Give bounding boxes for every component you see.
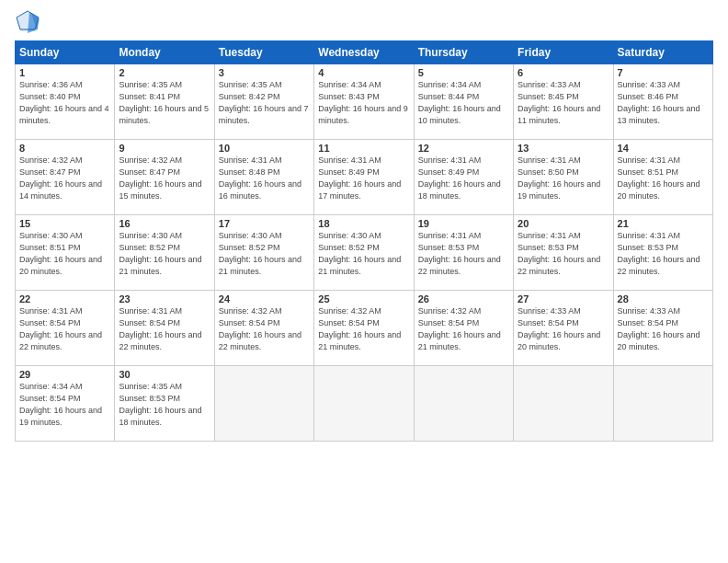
header [15,9,713,35]
calendar-cell: 30 Sunrise: 4:35 AMSunset: 8:53 PMDaylig… [115,366,214,442]
day-info: Sunrise: 4:31 AMSunset: 8:53 PMDaylight:… [618,230,709,278]
day-info: Sunrise: 4:35 AMSunset: 8:41 PMDaylight:… [119,79,210,127]
calendar-header: SundayMondayTuesdayWednesdayThursdayFrid… [16,41,713,64]
calendar-cell: 26 Sunrise: 4:32 AMSunset: 8:54 PMDaylig… [414,291,513,366]
calendar-cell: 9 Sunrise: 4:32 AMSunset: 8:47 PMDayligh… [115,140,214,215]
calendar-cell: 5 Sunrise: 4:34 AMSunset: 8:44 PMDayligh… [414,64,513,140]
day-info: Sunrise: 4:31 AMSunset: 8:49 PMDaylight:… [318,155,409,202]
day-info: Sunrise: 4:34 AMSunset: 8:43 PMDaylight:… [318,79,409,127]
calendar-day-header: Monday [115,41,214,64]
calendar-header-row: SundayMondayTuesdayWednesdayThursdayFrid… [16,41,713,64]
calendar-day-header: Saturday [613,41,712,64]
calendar-cell: 8 Sunrise: 4:32 AMSunset: 8:47 PMDayligh… [16,140,115,215]
calendar-cell: 23 Sunrise: 4:31 AMSunset: 8:54 PMDaylig… [115,291,214,366]
day-info: Sunrise: 4:35 AMSunset: 8:42 PMDaylight:… [219,79,310,127]
calendar-cell: 21 Sunrise: 4:31 AMSunset: 8:53 PMDaylig… [613,215,712,291]
logo-icon [15,9,40,35]
day-number: 23 [119,293,210,304]
calendar-cell: 19 Sunrise: 4:31 AMSunset: 8:53 PMDaylig… [414,215,513,291]
calendar-day-header: Wednesday [314,41,414,64]
day-info: Sunrise: 4:33 AMSunset: 8:54 PMDaylight:… [618,305,709,353]
day-info: Sunrise: 4:30 AMSunset: 8:51 PMDaylight:… [19,230,110,278]
calendar-cell: 11 Sunrise: 4:31 AMSunset: 8:49 PMDaylig… [314,140,414,215]
day-number: 18 [318,218,409,229]
calendar-cell: 12 Sunrise: 4:31 AMSunset: 8:49 PMDaylig… [414,140,513,215]
day-number: 11 [318,143,409,154]
day-info: Sunrise: 4:32 AMSunset: 8:47 PMDaylight:… [119,155,210,202]
day-info: Sunrise: 4:31 AMSunset: 8:50 PMDaylight:… [518,155,609,202]
day-info: Sunrise: 4:33 AMSunset: 8:54 PMDaylight:… [518,305,609,353]
day-info: Sunrise: 4:36 AMSunset: 8:40 PMDaylight:… [19,79,110,127]
calendar-cell: 2 Sunrise: 4:35 AMSunset: 8:41 PMDayligh… [115,64,214,140]
day-number: 25 [318,293,409,304]
calendar-week-row: 15 Sunrise: 4:30 AMSunset: 8:51 PMDaylig… [16,215,713,291]
calendar-cell: 16 Sunrise: 4:30 AMSunset: 8:52 PMDaylig… [115,215,214,291]
calendar-day-header: Thursday [414,41,513,64]
day-number: 1 [19,67,110,78]
day-number: 8 [19,143,110,154]
day-number: 14 [618,143,709,154]
calendar-week-row: 22 Sunrise: 4:31 AMSunset: 8:54 PMDaylig… [16,291,713,366]
calendar-cell: 3 Sunrise: 4:35 AMSunset: 8:42 PMDayligh… [214,64,313,140]
calendar-cell [414,366,513,442]
day-info: Sunrise: 4:34 AMSunset: 8:44 PMDaylight:… [418,79,509,127]
day-info: Sunrise: 4:30 AMSunset: 8:52 PMDaylight:… [318,230,409,278]
calendar-cell [314,366,414,442]
day-number: 26 [418,293,509,304]
calendar-cell: 28 Sunrise: 4:33 AMSunset: 8:54 PMDaylig… [613,291,712,366]
day-number: 16 [119,218,210,229]
day-number: 28 [618,293,709,304]
day-info: Sunrise: 4:31 AMSunset: 8:54 PMDaylight:… [119,305,210,353]
day-info: Sunrise: 4:31 AMSunset: 8:48 PMDaylight:… [219,155,310,202]
day-info: Sunrise: 4:32 AMSunset: 8:54 PMDaylight:… [318,305,409,353]
day-info: Sunrise: 4:31 AMSunset: 8:53 PMDaylight:… [518,230,609,278]
calendar-cell: 14 Sunrise: 4:31 AMSunset: 8:51 PMDaylig… [613,140,712,215]
calendar-cell: 20 Sunrise: 4:31 AMSunset: 8:53 PMDaylig… [514,215,613,291]
day-info: Sunrise: 4:31 AMSunset: 8:53 PMDaylight:… [418,230,509,278]
day-info: Sunrise: 4:35 AMSunset: 8:53 PMDaylight:… [119,381,210,429]
calendar-week-row: 8 Sunrise: 4:32 AMSunset: 8:47 PMDayligh… [16,140,713,215]
day-info: Sunrise: 4:33 AMSunset: 8:46 PMDaylight:… [618,79,709,127]
day-number: 17 [219,218,310,229]
day-number: 4 [318,67,409,78]
calendar-cell: 25 Sunrise: 4:32 AMSunset: 8:54 PMDaylig… [314,291,414,366]
calendar-cell [514,366,613,442]
calendar-week-row: 1 Sunrise: 4:36 AMSunset: 8:40 PMDayligh… [16,64,713,140]
calendar-cell: 27 Sunrise: 4:33 AMSunset: 8:54 PMDaylig… [514,291,613,366]
day-number: 13 [518,143,609,154]
calendar-day-header: Tuesday [214,41,313,64]
day-number: 29 [19,369,110,380]
calendar-cell: 22 Sunrise: 4:31 AMSunset: 8:54 PMDaylig… [16,291,115,366]
calendar-week-row: 29 Sunrise: 4:34 AMSunset: 8:54 PMDaylig… [16,366,713,442]
day-number: 30 [119,369,210,380]
day-number: 7 [618,67,709,78]
calendar-cell: 13 Sunrise: 4:31 AMSunset: 8:50 PMDaylig… [514,140,613,215]
calendar-cell: 10 Sunrise: 4:31 AMSunset: 8:48 PMDaylig… [214,140,313,215]
day-info: Sunrise: 4:31 AMSunset: 8:51 PMDaylight:… [618,155,709,202]
day-number: 20 [518,218,609,229]
day-number: 27 [518,293,609,304]
calendar-cell: 29 Sunrise: 4:34 AMSunset: 8:54 PMDaylig… [16,366,115,442]
calendar-cell: 15 Sunrise: 4:30 AMSunset: 8:51 PMDaylig… [16,215,115,291]
day-number: 5 [418,67,509,78]
day-info: Sunrise: 4:30 AMSunset: 8:52 PMDaylight:… [219,230,310,278]
calendar-cell [214,366,313,442]
day-info: Sunrise: 4:32 AMSunset: 8:47 PMDaylight:… [19,155,110,202]
calendar-cell: 17 Sunrise: 4:30 AMSunset: 8:52 PMDaylig… [214,215,313,291]
calendar-cell: 24 Sunrise: 4:32 AMSunset: 8:54 PMDaylig… [214,291,313,366]
day-number: 24 [219,293,310,304]
calendar-cell: 4 Sunrise: 4:34 AMSunset: 8:43 PMDayligh… [314,64,414,140]
day-number: 10 [219,143,310,154]
day-number: 19 [418,218,509,229]
calendar-cell: 7 Sunrise: 4:33 AMSunset: 8:46 PMDayligh… [613,64,712,140]
calendar-body: 1 Sunrise: 4:36 AMSunset: 8:40 PMDayligh… [16,64,713,442]
day-number: 3 [219,67,310,78]
day-info: Sunrise: 4:32 AMSunset: 8:54 PMDaylight:… [219,305,310,353]
day-info: Sunrise: 4:34 AMSunset: 8:54 PMDaylight:… [19,381,110,429]
day-number: 9 [119,143,210,154]
day-info: Sunrise: 4:31 AMSunset: 8:54 PMDaylight:… [19,305,110,353]
page: SundayMondayTuesdayWednesdayThursdayFrid… [0,0,728,563]
day-number: 21 [618,218,709,229]
day-number: 15 [19,218,110,229]
calendar-day-header: Sunday [16,41,115,64]
